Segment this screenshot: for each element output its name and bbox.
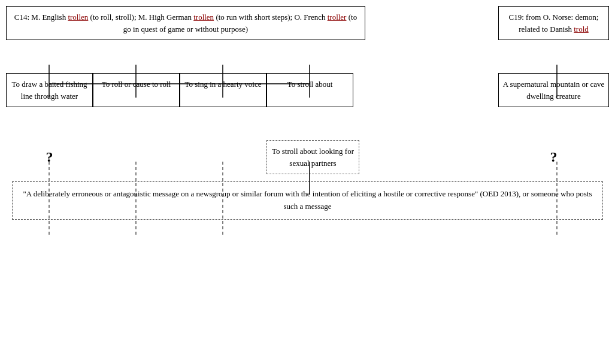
etymology-right-box: C19: from O. Norse: demon; related to Da… bbox=[498, 6, 609, 40]
question-mark-2: ? bbox=[498, 149, 609, 165]
meaning-box-2: To roll or cause to roll bbox=[93, 73, 180, 107]
meaning-box-1: To draw a baited fishing line through wa… bbox=[6, 73, 93, 107]
meaning-box-5: A supernatural mountain or cave dwelling… bbox=[498, 73, 609, 107]
sub-meaning-box: To stroll about looking for sexual partn… bbox=[266, 140, 359, 174]
final-definition-box: "A deliberately erroneous or antagonisti… bbox=[12, 181, 603, 220]
meaning-box-3: To sing in a hearty voice bbox=[180, 73, 266, 107]
meaning-box-4: To stroll about bbox=[266, 73, 353, 107]
question-mark-1: ? bbox=[6, 149, 93, 165]
etymology-left-box: C14: M. English trollen (to roll, stroll… bbox=[6, 6, 365, 40]
